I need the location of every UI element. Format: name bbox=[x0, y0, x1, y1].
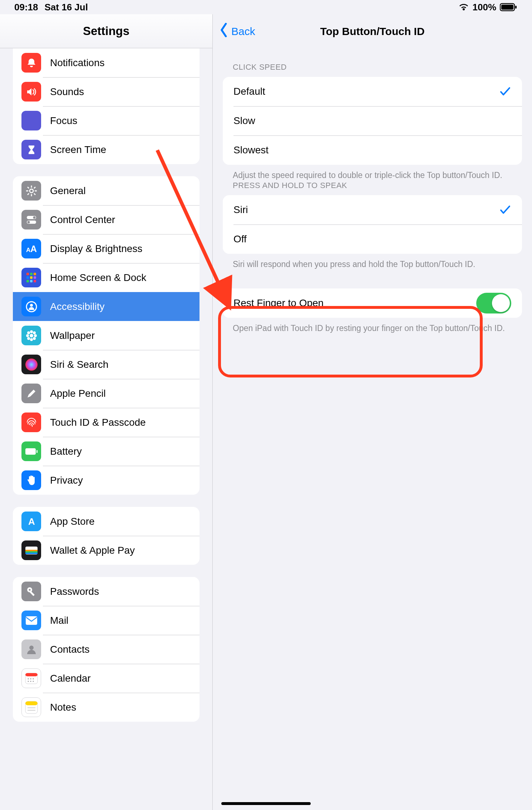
sidebar-item-notifications[interactable]: Notifications bbox=[13, 48, 200, 77]
sidebar-group: GeneralControl CenterAADisplay & Brightn… bbox=[13, 176, 200, 495]
finger-icon bbox=[21, 413, 41, 432]
sidebar-item-passwords[interactable]: Passwords bbox=[13, 577, 200, 606]
option-row[interactable]: Siri bbox=[223, 195, 522, 224]
sidebar-item-focus[interactable]: Focus bbox=[13, 106, 200, 135]
sidebar-item-label: Apple Pencil bbox=[50, 388, 106, 399]
svg-rect-22 bbox=[30, 276, 33, 279]
sidebar-item-general[interactable]: General bbox=[13, 176, 200, 205]
row-label: Default bbox=[233, 86, 265, 97]
svg-point-28 bbox=[30, 304, 33, 307]
sidebar-item-label: Contacts bbox=[50, 644, 90, 655]
sidebar-group: NotificationsSoundsFocusScreen Time bbox=[13, 48, 200, 164]
contact-icon bbox=[21, 639, 41, 659]
sidebar-item-label: Calendar bbox=[50, 673, 91, 684]
svg-point-47 bbox=[29, 589, 30, 591]
svg-point-29 bbox=[30, 334, 33, 337]
flower-icon bbox=[21, 326, 41, 345]
sidebar-item-sounds[interactable]: Sounds bbox=[13, 77, 200, 106]
sidebar-item-label: Display & Brightness bbox=[50, 243, 142, 255]
sidebar-item-label: Notes bbox=[50, 702, 76, 713]
sidebar-item-label: Sounds bbox=[50, 86, 84, 98]
sidebar-group: AApp StoreWallet & Apple Pay bbox=[13, 507, 200, 565]
person-icon bbox=[21, 297, 41, 316]
sidebar-item-wallpaper[interactable]: Wallpaper bbox=[13, 321, 200, 350]
sidebar-item-appstore[interactable]: AApp Store bbox=[13, 507, 200, 536]
status-date: Sat 16 Jul bbox=[45, 2, 88, 13]
svg-line-11 bbox=[34, 187, 35, 188]
option-row[interactable]: Slow bbox=[223, 106, 522, 135]
appstore-icon: A bbox=[21, 512, 41, 531]
toggle-switch[interactable] bbox=[476, 293, 511, 313]
sidebar-item-homescreen[interactable]: Home Screen & Dock bbox=[13, 263, 200, 292]
svg-text:A: A bbox=[28, 516, 35, 527]
sidebar-item-label: Siri & Search bbox=[50, 359, 108, 370]
sidebar-item-privacy[interactable]: Privacy bbox=[13, 466, 200, 495]
svg-point-13 bbox=[33, 216, 35, 219]
sidebar-item-touchid[interactable]: Touch ID & Passcode bbox=[13, 408, 200, 437]
svg-rect-19 bbox=[30, 273, 33, 275]
sidebar-group: PasswordsMailContactsCalendarNotes bbox=[13, 577, 200, 722]
toggle-row[interactable]: Rest Finger to Open bbox=[223, 288, 522, 318]
svg-text:A: A bbox=[30, 244, 37, 254]
sidebar-item-wallet[interactable]: Wallet & Apple Pay bbox=[13, 536, 200, 565]
rest-finger-card: Rest Finger to Open bbox=[223, 288, 522, 318]
sidebar-item-label: Privacy bbox=[50, 475, 83, 486]
row-label: Rest Finger to Open bbox=[233, 297, 324, 309]
row-label: Slow bbox=[233, 115, 255, 127]
moon-icon bbox=[21, 111, 41, 130]
sidebar-item-notes[interactable]: Notes bbox=[13, 693, 200, 722]
sidebar-item-display[interactable]: AADisplay & Brightness bbox=[13, 234, 200, 263]
sidebar-item-label: App Store bbox=[50, 516, 95, 527]
svg-rect-2 bbox=[515, 6, 517, 9]
detail-pane: Back Top Button/Touch ID CLICK SPEEDDefa… bbox=[213, 14, 532, 810]
hourglass-icon bbox=[21, 140, 41, 159]
svg-point-54 bbox=[30, 678, 31, 679]
settings-card: DefaultSlowSlowest bbox=[223, 77, 522, 165]
sidebar-item-label: Passwords bbox=[50, 586, 99, 597]
svg-point-34 bbox=[27, 331, 30, 334]
sidebar-item-battery[interactable]: Battery bbox=[13, 437, 200, 466]
section-footer: Adjust the speed required to double or t… bbox=[213, 165, 532, 181]
svg-rect-18 bbox=[26, 273, 29, 275]
sidebar-item-label: Control Center bbox=[50, 214, 115, 226]
svg-text:A: A bbox=[26, 247, 30, 253]
section-header: CLICK SPEED bbox=[213, 48, 532, 77]
svg-point-35 bbox=[33, 331, 36, 334]
svg-rect-49 bbox=[26, 616, 37, 625]
nav-bar: Back Top Button/Touch ID bbox=[213, 14, 532, 48]
svg-point-30 bbox=[30, 330, 33, 333]
svg-rect-44 bbox=[25, 551, 38, 553]
sidebar-item-mail[interactable]: Mail bbox=[13, 606, 200, 635]
svg-rect-1 bbox=[501, 5, 513, 10]
svg-rect-21 bbox=[26, 276, 29, 279]
sidebar-item-label: Screen Time bbox=[50, 144, 106, 155]
settings-card: SiriOff bbox=[223, 195, 522, 254]
back-button[interactable]: Back bbox=[219, 14, 255, 48]
sidebar-item-contacts[interactable]: Contacts bbox=[13, 635, 200, 664]
sidebar-item-label: Notifications bbox=[50, 57, 105, 69]
option-row[interactable]: Slowest bbox=[223, 135, 522, 165]
sidebar-item-pencil[interactable]: Apple Pencil bbox=[13, 379, 200, 408]
sidebar-item-calendar[interactable]: Calendar bbox=[13, 664, 200, 693]
sidebar-item-siri[interactable]: Siri & Search bbox=[13, 350, 200, 379]
row-label: Off bbox=[233, 233, 247, 245]
svg-point-37 bbox=[33, 337, 36, 340]
option-row[interactable]: Off bbox=[223, 224, 522, 254]
svg-rect-23 bbox=[34, 276, 36, 279]
section-footer: Siri will respond when you press and hol… bbox=[213, 254, 532, 270]
status-bar: 09:18 Sat 16 Jul 100% bbox=[0, 0, 532, 14]
section-header: PRESS AND HOLD TO SPEAK bbox=[213, 181, 532, 195]
svg-point-32 bbox=[26, 334, 29, 337]
svg-point-55 bbox=[33, 678, 34, 679]
gear-icon bbox=[21, 181, 41, 201]
svg-rect-52 bbox=[25, 673, 38, 676]
speaker-icon bbox=[21, 82, 41, 102]
sidebar-item-accessibility[interactable]: Accessibility bbox=[13, 292, 200, 321]
svg-rect-40 bbox=[36, 450, 38, 453]
status-time: 09:18 bbox=[14, 2, 38, 13]
svg-rect-20 bbox=[34, 273, 36, 275]
sidebar-item-controlcenter[interactable]: Control Center bbox=[13, 205, 200, 234]
sidebar-scroll[interactable]: NotificationsSoundsFocusScreen TimeGener… bbox=[0, 48, 212, 810]
sidebar-item-screentime[interactable]: Screen Time bbox=[13, 135, 200, 164]
option-row[interactable]: Default bbox=[223, 77, 522, 106]
